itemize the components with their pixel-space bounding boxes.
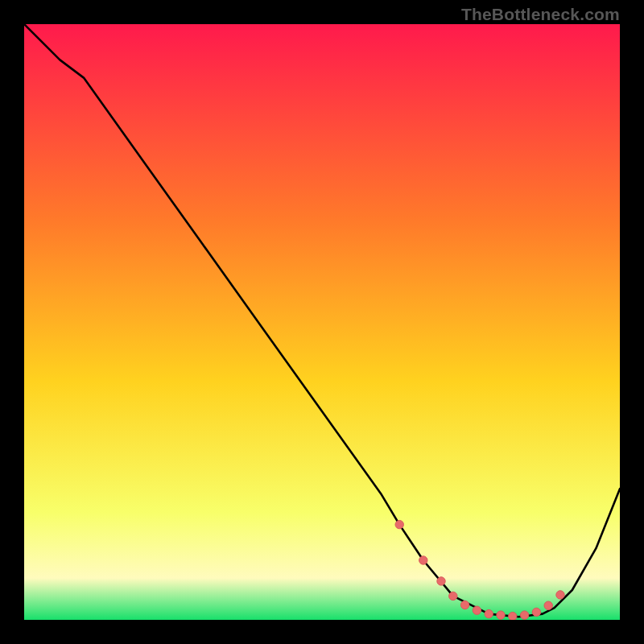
svg-point-3: [449, 592, 457, 600]
chart-stage: TheBottleneck.com: [0, 0, 644, 644]
svg-point-4: [460, 601, 469, 609]
svg-point-6: [485, 609, 493, 617]
svg-point-10: [532, 608, 540, 616]
svg-point-2: [437, 577, 445, 585]
svg-point-0: [395, 520, 403, 528]
gradient-background: [24, 24, 620, 620]
watermark-text: TheBottleneck.com: [461, 5, 620, 24]
svg-point-12: [556, 591, 564, 599]
svg-point-1: [419, 556, 427, 564]
svg-point-8: [509, 612, 517, 620]
svg-point-9: [520, 611, 528, 619]
plot-area: [24, 24, 620, 620]
chart-svg: [24, 24, 620, 620]
svg-point-7: [497, 611, 505, 619]
svg-point-11: [544, 601, 552, 609]
svg-point-5: [473, 606, 481, 614]
